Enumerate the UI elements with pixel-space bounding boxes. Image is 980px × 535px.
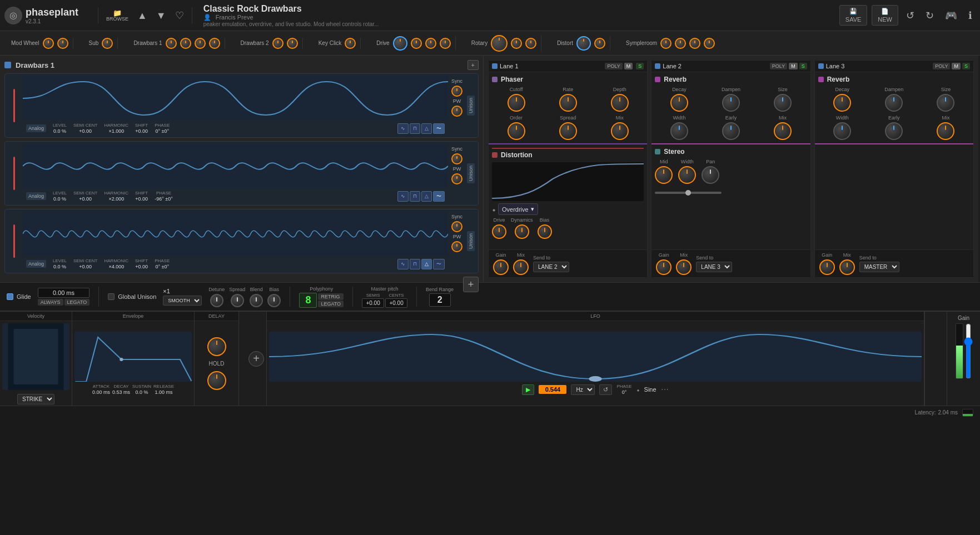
osc2-wave-btn-saw[interactable]: ∿ <box>397 191 409 202</box>
osc1-unison-label[interactable]: Unison <box>467 96 475 116</box>
lane2-mix-knob[interactable] <box>774 122 792 140</box>
osc3-wave-btn-saw[interactable]: ∿ <box>397 259 409 269</box>
gamepad-icon[interactable]: 🎮 <box>942 8 961 23</box>
lane3-footer-gain-knob[interactable] <box>819 259 835 275</box>
osc3-wave-btn-sine[interactable]: 〜 <box>433 259 445 269</box>
osc1-wave-btn-tri[interactable]: △ <box>421 123 432 134</box>
osc3-unison-label[interactable]: Unison <box>467 231 475 251</box>
lane1-send-select[interactable]: LANE 2 <box>533 262 569 272</box>
add-mod-button[interactable]: + <box>248 351 264 367</box>
arrow-down-button[interactable]: ▼ <box>153 8 170 23</box>
dist-bias-knob[interactable] <box>538 224 552 239</box>
stereo-pan-knob[interactable] <box>702 166 719 184</box>
lane2-send-select[interactable]: LANE 3 <box>696 262 732 272</box>
lane1-mix-knob[interactable] <box>513 259 529 275</box>
macro-sub-knob[interactable] <box>102 38 113 49</box>
macro-rotary-k3[interactable] <box>525 38 536 49</box>
lane3-send-select[interactable]: MASTER <box>859 262 899 272</box>
macro-sympleroom-k2[interactable] <box>675 38 686 49</box>
add-oscillator-button[interactable]: + <box>463 277 479 292</box>
lfo-expand-button[interactable]: ⋯ <box>661 385 669 394</box>
lane3-footer-mix-knob[interactable] <box>839 259 855 275</box>
lane3-mix-knob[interactable] <box>937 122 954 140</box>
macro-drawbars1-k1[interactable] <box>166 38 177 49</box>
lane1-m-badge[interactable]: M <box>624 63 633 69</box>
osc1-wave-btn-saw[interactable]: ∿ <box>397 123 409 134</box>
stereo-slider[interactable] <box>655 192 722 194</box>
lane1-gain-knob[interactable] <box>493 259 509 275</box>
cents-value[interactable]: +0.00 <box>385 298 407 308</box>
undo-button[interactable]: ↺ <box>903 8 918 23</box>
osc1-wave-btn-sine[interactable]: 〜 <box>433 123 445 134</box>
osc1-waveform[interactable] <box>23 76 448 121</box>
lane2-decay-knob[interactable] <box>670 94 688 112</box>
spread-knob[interactable] <box>231 294 244 307</box>
osc2-wave-btn-square[interactable]: ⊓ <box>410 191 420 202</box>
lane3-m-badge[interactable]: M <box>952 63 961 69</box>
phaser-spread-knob[interactable] <box>559 122 577 140</box>
macro-drawbars1-k3[interactable] <box>195 38 206 49</box>
add-osc-button[interactable]: + <box>467 60 479 70</box>
osc3-sync-knob[interactable] <box>451 221 462 232</box>
velocity-display[interactable] <box>2 323 69 390</box>
semis-value[interactable]: +0.00 <box>362 298 384 308</box>
osc3-waveform[interactable] <box>23 212 448 256</box>
osc2-sync-knob[interactable] <box>451 153 462 164</box>
new-button[interactable]: 📄 NEW <box>872 5 898 26</box>
stereo-width-knob[interactable] <box>678 166 696 184</box>
browse-button[interactable]: 📁 BROWSE <box>103 7 132 24</box>
macro-drawbars2-k1[interactable] <box>272 38 283 49</box>
osc1-sync-knob[interactable] <box>451 86 462 97</box>
osc3-wave-btn-tri[interactable]: △ <box>421 259 432 269</box>
osc2-waveform[interactable] <box>23 144 448 188</box>
macro-sympleroom-k3[interactable] <box>689 38 700 49</box>
lfo-freq-display[interactable]: 0.544 <box>539 385 566 394</box>
lfo-sync-button[interactable]: ↺ <box>599 384 612 395</box>
delay-knob[interactable] <box>207 337 226 356</box>
phaser-mix-knob[interactable] <box>611 122 629 140</box>
dist-dynamics-knob[interactable] <box>515 224 529 239</box>
lane1-poly-badge[interactable]: POLY <box>605 63 622 69</box>
blend-knob[interactable] <box>250 294 263 307</box>
phaser-order-knob[interactable] <box>508 122 525 140</box>
favorite-button[interactable]: ♡ <box>172 8 187 23</box>
macro-mod-wheel-knob2[interactable] <box>57 38 68 49</box>
osc3-pw-knob[interactable] <box>451 241 462 252</box>
save-button[interactable]: 💾 SAVE <box>839 5 868 26</box>
stereo-mid-knob[interactable] <box>655 166 673 184</box>
lfo-freq-unit-select[interactable]: Hz <box>571 384 595 395</box>
lane2-footer-mix-knob[interactable] <box>676 259 692 275</box>
envelope-display[interactable] <box>74 332 192 382</box>
global-unison-checkbox[interactable] <box>108 293 115 300</box>
macro-drive-k3[interactable] <box>425 38 436 49</box>
info-icon[interactable]: ℹ <box>965 8 976 23</box>
macro-rotary-k1[interactable] <box>491 35 508 52</box>
strike-select[interactable]: STRIKE <box>17 394 54 404</box>
lane3-decay-knob[interactable] <box>833 94 851 112</box>
unison-mode-select[interactable]: SMOOTH <box>163 296 202 306</box>
osc1-wave-btn-square[interactable]: ⊓ <box>410 123 420 134</box>
lane3-poly-badge[interactable]: POLY <box>933 63 950 69</box>
lane2-width-knob[interactable] <box>670 122 688 140</box>
osc2-unison-label[interactable]: Unison <box>467 163 475 183</box>
lane2-size-knob[interactable] <box>774 94 792 112</box>
voice-bias-knob[interactable] <box>267 294 281 307</box>
macro-drawbars1-k4[interactable] <box>209 38 220 49</box>
osc2-wave-btn-tri[interactable]: △ <box>421 191 432 202</box>
osc2-pw-knob[interactable] <box>451 173 462 184</box>
macro-drive-k2[interactable] <box>411 38 422 49</box>
lane3-s-badge[interactable]: S <box>962 63 970 69</box>
macro-distort-k1[interactable] <box>576 36 591 51</box>
lane3-early-knob[interactable] <box>885 122 903 140</box>
macro-drive-k4[interactable] <box>440 38 451 49</box>
glide-always-badge[interactable]: ALWAYS <box>38 299 63 306</box>
phaser-depth-knob[interactable] <box>611 94 629 112</box>
lane2-early-knob[interactable] <box>722 122 740 140</box>
macro-drive-k1[interactable] <box>393 36 407 51</box>
phaser-rate-knob[interactable] <box>559 94 577 112</box>
macro-sympleroom-k4[interactable] <box>704 38 715 49</box>
detune-knob[interactable] <box>210 294 223 307</box>
redo-button[interactable]: ↻ <box>922 8 937 23</box>
macro-distort-k2[interactable] <box>594 38 605 49</box>
lane2-poly-badge[interactable]: POLY <box>770 63 787 69</box>
